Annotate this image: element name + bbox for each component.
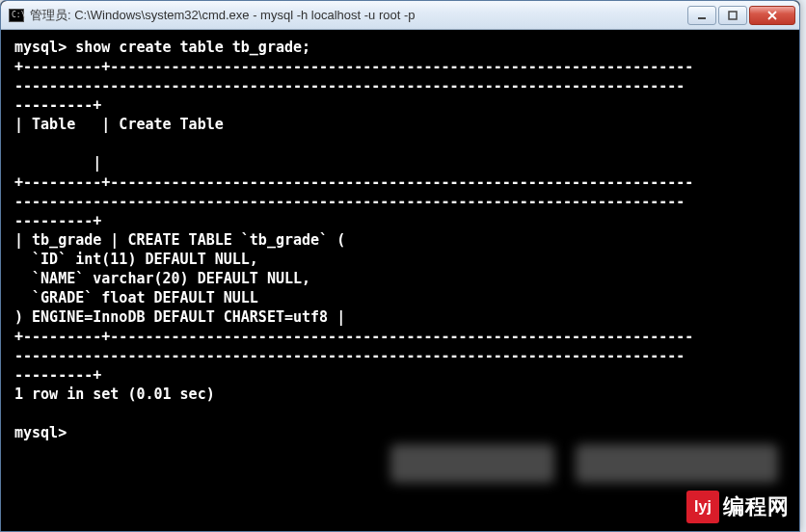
- prompt-line: mysql> show create table tb_grade;: [14, 39, 310, 56]
- divider-line: +---------+-----------------------------…: [14, 58, 693, 75]
- svg-rect-1: [729, 12, 737, 19]
- divider-line: ---------+: [14, 212, 101, 229]
- table-row: `GRADE` float DEFAULT NULL: [14, 289, 258, 306]
- table-row: | tb_grade | CREATE TABLE `tb_grade` (: [14, 231, 345, 249]
- redacted-region: [390, 444, 554, 483]
- status-line: 1 row in set (0.01 sec): [14, 386, 215, 403]
- minimize-button[interactable]: [687, 6, 716, 25]
- titlebar[interactable]: C:\ 管理员: C:\Windows\system32\cmd.exe - m…: [1, 1, 799, 30]
- divider-line: ----------------------------------------…: [14, 347, 685, 364]
- divider-line: ----------------------------------------…: [14, 77, 685, 94]
- redacted-region: [576, 444, 778, 483]
- watermark-text: 编程网: [723, 492, 790, 521]
- watermark: lyj 编程网: [681, 487, 795, 527]
- table-cell: |: [14, 154, 101, 172]
- watermark-logo: lyj: [686, 491, 719, 523]
- divider-line: +---------+-----------------------------…: [14, 328, 693, 345]
- table-row: `NAME` varchar(20) DEFAULT NULL,: [14, 270, 310, 287]
- cmd-icon: C:\: [9, 9, 24, 22]
- window-title: 管理员: C:\Windows\system32\cmd.exe - mysql…: [30, 7, 685, 24]
- prompt-line: mysql>: [14, 424, 67, 441]
- terminal-output: mysql> show create table tb_grade; +----…: [14, 38, 786, 442]
- window-controls: [685, 6, 795, 25]
- table-row: `ID` int(11) DEFAULT NULL,: [14, 251, 258, 268]
- table-header: | Table | Create Table: [14, 116, 224, 133]
- divider-line: ---------+: [14, 366, 101, 384]
- divider-line: ----------------------------------------…: [14, 193, 685, 210]
- table-row: ) ENGINE=InnoDB DEFAULT CHARSET=utf8 |: [14, 308, 345, 326]
- maximize-button[interactable]: [718, 6, 747, 25]
- cmd-window: C:\ 管理员: C:\Windows\system32\cmd.exe - m…: [0, 0, 800, 532]
- divider-line: +---------+-----------------------------…: [14, 173, 693, 191]
- close-button[interactable]: [749, 6, 795, 25]
- divider-line: ---------+: [14, 96, 101, 114]
- vertical-scrollbar[interactable]: [782, 30, 799, 527]
- svg-rect-0: [698, 17, 706, 19]
